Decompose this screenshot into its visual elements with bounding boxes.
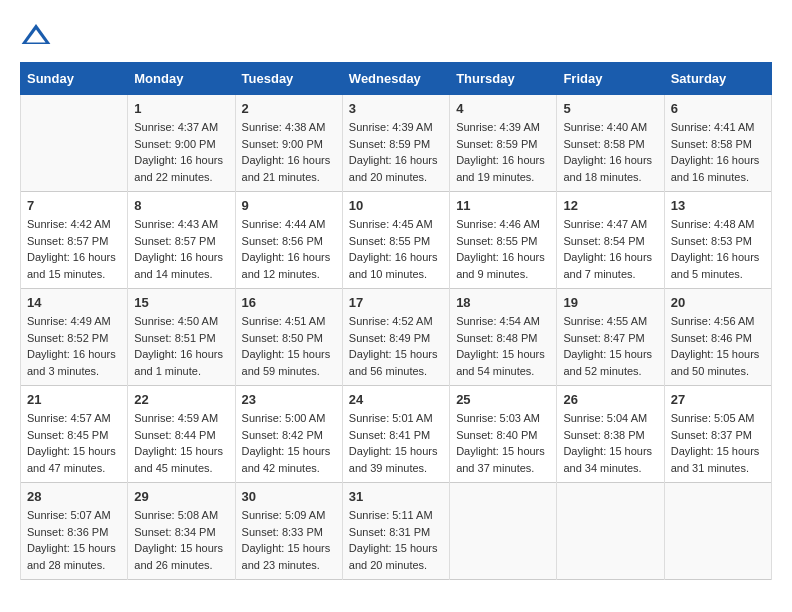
day-info: Sunrise: 5:04 AM Sunset: 8:38 PM Dayligh… (563, 410, 657, 476)
day-number: 25 (456, 392, 550, 407)
day-info: Sunrise: 4:39 AM Sunset: 8:59 PM Dayligh… (349, 119, 443, 185)
calendar-cell: 26Sunrise: 5:04 AM Sunset: 8:38 PM Dayli… (557, 386, 664, 483)
day-number: 4 (456, 101, 550, 116)
day-info: Sunrise: 4:46 AM Sunset: 8:55 PM Dayligh… (456, 216, 550, 282)
weekday-header-friday: Friday (557, 63, 664, 95)
day-number: 14 (27, 295, 121, 310)
day-info: Sunrise: 4:39 AM Sunset: 8:59 PM Dayligh… (456, 119, 550, 185)
day-number: 3 (349, 101, 443, 116)
day-number: 12 (563, 198, 657, 213)
day-info: Sunrise: 4:37 AM Sunset: 9:00 PM Dayligh… (134, 119, 228, 185)
calendar-cell (557, 483, 664, 580)
calendar-cell: 10Sunrise: 4:45 AM Sunset: 8:55 PM Dayli… (342, 192, 449, 289)
day-number: 1 (134, 101, 228, 116)
calendar-cell: 9Sunrise: 4:44 AM Sunset: 8:56 PM Daylig… (235, 192, 342, 289)
calendar-cell: 28Sunrise: 5:07 AM Sunset: 8:36 PM Dayli… (21, 483, 128, 580)
day-number: 5 (563, 101, 657, 116)
calendar-cell: 16Sunrise: 4:51 AM Sunset: 8:50 PM Dayli… (235, 289, 342, 386)
day-info: Sunrise: 4:47 AM Sunset: 8:54 PM Dayligh… (563, 216, 657, 282)
day-info: Sunrise: 5:09 AM Sunset: 8:33 PM Dayligh… (242, 507, 336, 573)
calendar-cell: 31Sunrise: 5:11 AM Sunset: 8:31 PM Dayli… (342, 483, 449, 580)
day-info: Sunrise: 4:40 AM Sunset: 8:58 PM Dayligh… (563, 119, 657, 185)
calendar-cell: 27Sunrise: 5:05 AM Sunset: 8:37 PM Dayli… (664, 386, 771, 483)
calendar-cell: 17Sunrise: 4:52 AM Sunset: 8:49 PM Dayli… (342, 289, 449, 386)
calendar-cell: 14Sunrise: 4:49 AM Sunset: 8:52 PM Dayli… (21, 289, 128, 386)
calendar-week-row: 28Sunrise: 5:07 AM Sunset: 8:36 PM Dayli… (21, 483, 772, 580)
day-info: Sunrise: 4:57 AM Sunset: 8:45 PM Dayligh… (27, 410, 121, 476)
day-number: 16 (242, 295, 336, 310)
day-info: Sunrise: 4:48 AM Sunset: 8:53 PM Dayligh… (671, 216, 765, 282)
calendar-cell: 20Sunrise: 4:56 AM Sunset: 8:46 PM Dayli… (664, 289, 771, 386)
weekday-header-saturday: Saturday (664, 63, 771, 95)
day-number: 30 (242, 489, 336, 504)
day-info: Sunrise: 5:00 AM Sunset: 8:42 PM Dayligh… (242, 410, 336, 476)
weekday-header-tuesday: Tuesday (235, 63, 342, 95)
day-number: 10 (349, 198, 443, 213)
day-info: Sunrise: 4:42 AM Sunset: 8:57 PM Dayligh… (27, 216, 121, 282)
logo-icon (20, 20, 52, 52)
day-number: 17 (349, 295, 443, 310)
day-number: 18 (456, 295, 550, 310)
calendar-cell: 18Sunrise: 4:54 AM Sunset: 8:48 PM Dayli… (450, 289, 557, 386)
day-info: Sunrise: 4:43 AM Sunset: 8:57 PM Dayligh… (134, 216, 228, 282)
day-number: 23 (242, 392, 336, 407)
day-number: 27 (671, 392, 765, 407)
day-number: 8 (134, 198, 228, 213)
day-info: Sunrise: 4:49 AM Sunset: 8:52 PM Dayligh… (27, 313, 121, 379)
calendar-cell: 24Sunrise: 5:01 AM Sunset: 8:41 PM Dayli… (342, 386, 449, 483)
day-number: 11 (456, 198, 550, 213)
day-number: 22 (134, 392, 228, 407)
weekday-header-monday: Monday (128, 63, 235, 95)
calendar-cell: 7Sunrise: 4:42 AM Sunset: 8:57 PM Daylig… (21, 192, 128, 289)
calendar-cell: 2Sunrise: 4:38 AM Sunset: 9:00 PM Daylig… (235, 95, 342, 192)
calendar-cell: 25Sunrise: 5:03 AM Sunset: 8:40 PM Dayli… (450, 386, 557, 483)
day-number: 26 (563, 392, 657, 407)
day-number: 31 (349, 489, 443, 504)
day-number: 13 (671, 198, 765, 213)
day-number: 6 (671, 101, 765, 116)
calendar-cell: 1Sunrise: 4:37 AM Sunset: 9:00 PM Daylig… (128, 95, 235, 192)
day-number: 15 (134, 295, 228, 310)
day-number: 24 (349, 392, 443, 407)
weekday-header-sunday: Sunday (21, 63, 128, 95)
calendar-cell: 6Sunrise: 4:41 AM Sunset: 8:58 PM Daylig… (664, 95, 771, 192)
calendar-week-row: 7Sunrise: 4:42 AM Sunset: 8:57 PM Daylig… (21, 192, 772, 289)
day-info: Sunrise: 5:05 AM Sunset: 8:37 PM Dayligh… (671, 410, 765, 476)
calendar-cell: 5Sunrise: 4:40 AM Sunset: 8:58 PM Daylig… (557, 95, 664, 192)
logo (20, 20, 56, 52)
calendar-week-row: 1Sunrise: 4:37 AM Sunset: 9:00 PM Daylig… (21, 95, 772, 192)
calendar-cell: 11Sunrise: 4:46 AM Sunset: 8:55 PM Dayli… (450, 192, 557, 289)
calendar-cell: 8Sunrise: 4:43 AM Sunset: 8:57 PM Daylig… (128, 192, 235, 289)
day-number: 7 (27, 198, 121, 213)
day-number: 20 (671, 295, 765, 310)
calendar-cell: 3Sunrise: 4:39 AM Sunset: 8:59 PM Daylig… (342, 95, 449, 192)
calendar-header-row: SundayMondayTuesdayWednesdayThursdayFrid… (21, 63, 772, 95)
day-info: Sunrise: 4:45 AM Sunset: 8:55 PM Dayligh… (349, 216, 443, 282)
day-number: 29 (134, 489, 228, 504)
calendar-cell: 21Sunrise: 4:57 AM Sunset: 8:45 PM Dayli… (21, 386, 128, 483)
calendar-cell (664, 483, 771, 580)
day-info: Sunrise: 5:03 AM Sunset: 8:40 PM Dayligh… (456, 410, 550, 476)
day-info: Sunrise: 4:56 AM Sunset: 8:46 PM Dayligh… (671, 313, 765, 379)
day-number: 28 (27, 489, 121, 504)
calendar-cell (450, 483, 557, 580)
page-header (20, 20, 772, 52)
day-info: Sunrise: 4:54 AM Sunset: 8:48 PM Dayligh… (456, 313, 550, 379)
day-number: 21 (27, 392, 121, 407)
day-info: Sunrise: 5:01 AM Sunset: 8:41 PM Dayligh… (349, 410, 443, 476)
calendar-week-row: 14Sunrise: 4:49 AM Sunset: 8:52 PM Dayli… (21, 289, 772, 386)
calendar-cell: 4Sunrise: 4:39 AM Sunset: 8:59 PM Daylig… (450, 95, 557, 192)
calendar-cell: 13Sunrise: 4:48 AM Sunset: 8:53 PM Dayli… (664, 192, 771, 289)
day-info: Sunrise: 4:50 AM Sunset: 8:51 PM Dayligh… (134, 313, 228, 379)
weekday-header-thursday: Thursday (450, 63, 557, 95)
day-info: Sunrise: 4:55 AM Sunset: 8:47 PM Dayligh… (563, 313, 657, 379)
calendar-cell: 19Sunrise: 4:55 AM Sunset: 8:47 PM Dayli… (557, 289, 664, 386)
calendar-cell: 30Sunrise: 5:09 AM Sunset: 8:33 PM Dayli… (235, 483, 342, 580)
calendar-week-row: 21Sunrise: 4:57 AM Sunset: 8:45 PM Dayli… (21, 386, 772, 483)
calendar-cell: 15Sunrise: 4:50 AM Sunset: 8:51 PM Dayli… (128, 289, 235, 386)
calendar-cell: 22Sunrise: 4:59 AM Sunset: 8:44 PM Dayli… (128, 386, 235, 483)
calendar-cell (21, 95, 128, 192)
calendar-cell: 12Sunrise: 4:47 AM Sunset: 8:54 PM Dayli… (557, 192, 664, 289)
day-info: Sunrise: 4:38 AM Sunset: 9:00 PM Dayligh… (242, 119, 336, 185)
calendar-cell: 29Sunrise: 5:08 AM Sunset: 8:34 PM Dayli… (128, 483, 235, 580)
